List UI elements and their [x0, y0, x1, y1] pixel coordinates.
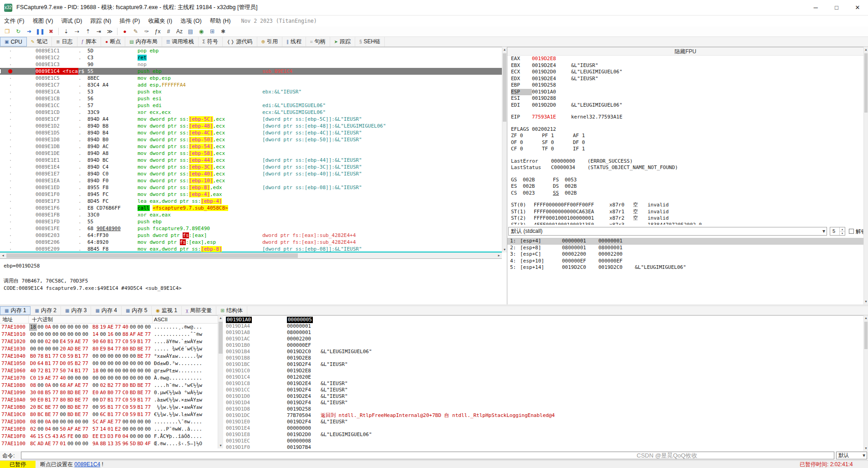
dump-byte[interactable]: 35 [114, 440, 122, 447]
dump-byte[interactable]: 00 [29, 338, 37, 345]
dump-byte[interactable]: B1 [44, 360, 52, 367]
tab-cpu[interactable]: ▣CPU [0, 37, 27, 46]
dump-byte[interactable]: 02 [29, 426, 37, 433]
flag-if[interactable]: IF 1 [573, 146, 604, 153]
dump-byte[interactable]: D0 [59, 360, 67, 367]
dump-byte[interactable]: BE [137, 389, 144, 396]
dump-byte[interactable]: 00 [74, 440, 82, 447]
dump-byte[interactable]: C0 [122, 404, 129, 411]
dump-byte[interactable]: 00 [74, 418, 82, 426]
disasm-row[interactable]: 0089E1F0.8945 FCmov dword ptr ss:[ebp-4]… [0, 191, 502, 198]
dump-byte[interactable]: 00 [114, 375, 122, 382]
dump-byte[interactable]: 90 [29, 396, 37, 404]
disasm-row[interactable]: 0089E1C1.5Dpop ebp [0, 47, 502, 54]
dump-byte[interactable]: BE [44, 411, 52, 418]
dump-byte[interactable]: 50 [59, 426, 67, 433]
dump-byte[interactable]: 08 [29, 418, 37, 426]
dump-byte[interactable]: 77 [82, 426, 89, 433]
dump-byte[interactable]: 77 [144, 404, 152, 411]
dump-byte[interactable]: 00 [82, 375, 89, 382]
dump-byte[interactable]: B1 [74, 353, 82, 360]
dump-byte[interactable]: B1 [107, 404, 114, 411]
dump-byte[interactable]: 00 [122, 426, 129, 433]
dump-byte[interactable]: 77 [51, 404, 59, 411]
dump-byte[interactable]: 00 [66, 440, 74, 447]
dump-byte[interactable]: 8B [99, 440, 107, 447]
tab-log[interactable]: ≣日志 [52, 37, 77, 46]
pause-icon[interactable]: ❚❚ [35, 27, 46, 36]
dump-byte[interactable]: 77 [51, 375, 59, 382]
dump-row[interactable]: 77AE10C080BCBE7700BDBE77006CB177C059B177… [0, 411, 218, 418]
disasm-row[interactable]: 0089E1FE.68 90E48900push fscapture9.7.89… [0, 225, 502, 232]
dump-byte[interactable]: 96 [122, 440, 129, 447]
dump-byte[interactable]: 14 [92, 331, 99, 338]
dump-byte[interactable]: AF [66, 382, 74, 389]
flag-df[interactable]: DF 0 [573, 139, 604, 146]
dump-byte[interactable]: 00 [144, 360, 152, 367]
register-row-ebp[interactable]: EBP0019D258 [507, 82, 863, 89]
fpu-register-row[interactable]: ST(2)FFFF0001000100000001x87r2空invalid [507, 215, 863, 222]
dump-byte[interactable]: B1 [44, 396, 52, 404]
dump-byte[interactable]: B1 [107, 396, 114, 404]
dump-byte[interactable]: 00 [129, 367, 137, 375]
stack-row[interactable]: 0019D1DC77B70504返回到 ntdll._RtlpFreeHeapI… [223, 412, 863, 419]
dump-byte[interactable]: 50 [59, 367, 67, 375]
fpu-register-row[interactable]: ST(0)FFFF000000FF00FF00FFx87r0空invalid [507, 202, 863, 209]
stack-row[interactable]: 0019D1B40019D2C0&L"LEUGIMIGUEL06" [223, 349, 863, 355]
dump-byte[interactable]: 77 [114, 324, 122, 331]
dump-row[interactable]: 77AE1050D064B177D005B2770000000000000000… [0, 360, 218, 367]
animate-icon[interactable]: ≫ [104, 27, 115, 36]
dump-row[interactable]: 77AE101000000000000000001400160088AFAE77… [0, 331, 218, 338]
dump-row[interactable]: 77AE1040B078B177C059B177000000000000BE77… [0, 353, 218, 360]
tab-dump-4[interactable]: ▦内存 4 [91, 306, 121, 315]
dump-byte[interactable]: BC [36, 411, 44, 418]
dump-byte[interactable]: 00 [99, 353, 107, 360]
dump-byte[interactable]: 5C [92, 418, 99, 426]
dump-byte[interactable]: AD [36, 440, 44, 447]
tab-breakpoints[interactable]: ●断点 [101, 37, 125, 46]
dump-byte[interactable]: 00 [114, 353, 122, 360]
dump-byte[interactable]: 00 [36, 338, 44, 345]
disasm-row[interactable]: 0089E203.64:FF30push dword ptr fs:[eax]d… [0, 232, 502, 239]
dump-byte[interactable]: 80 [59, 389, 67, 396]
dump-byte[interactable]: B1 [137, 404, 144, 411]
dump-byte[interactable]: AF [129, 331, 137, 338]
scrollbar-thumb[interactable] [503, 53, 506, 122]
dump-byte[interactable]: D7 [99, 396, 107, 404]
dump-byte[interactable]: 80 [122, 382, 129, 389]
dump-byte[interactable]: 00 [51, 331, 59, 338]
stack-row[interactable]: 0019D1A400000001 [223, 323, 863, 329]
dump-byte[interactable]: 00 [59, 418, 67, 426]
restart-icon[interactable]: ↻ [13, 27, 24, 36]
dump-row[interactable]: 77AE1070C019AE77400000000000000000000000… [0, 375, 218, 382]
dump-byte[interactable]: B2 [107, 382, 114, 389]
dump-byte[interactable]: 77 [144, 396, 152, 404]
disasm-horizontal-scrollbar[interactable]: ◂ ▸ [0, 252, 502, 258]
disasm-row[interactable]: 0089E1CF.894D A4mov dword ptr ss:[ebp-5C… [0, 116, 502, 123]
dump-byte[interactable]: 57 [92, 426, 99, 433]
dump-row[interactable]: 77AE10300000000020ADBE7780E9B47780BDBE77… [0, 345, 218, 353]
dump-byte[interactable]: BE [74, 404, 82, 411]
dump-byte[interactable]: 0A [44, 418, 52, 426]
dump-byte[interactable]: 8D [82, 433, 89, 440]
register-row-esi[interactable]: ESI0019D288 [507, 95, 863, 102]
checkbox-icon[interactable] [849, 229, 854, 234]
dump-col-ascii[interactable]: ASCII [154, 316, 168, 323]
dump-byte[interactable]: 77 [82, 382, 89, 389]
tab-handles[interactable]: ⌗句柄 [306, 37, 330, 46]
stack-row[interactable]: 0019D1CC0019D2F4&L"IEUSR" [223, 387, 863, 393]
run-icon[interactable]: ➜ [24, 27, 35, 36]
dump-byte[interactable]: 77 [82, 404, 89, 411]
dump-byte[interactable]: B0 [29, 353, 37, 360]
dump-byte[interactable]: FE [66, 433, 74, 440]
dump-byte[interactable]: 77 [51, 353, 59, 360]
dump-byte[interactable]: 00 [51, 382, 59, 389]
dump-byte[interactable]: 77 [144, 353, 152, 360]
dump-byte[interactable]: 00 [107, 360, 114, 367]
dump-byte[interactable]: 78 [36, 353, 44, 360]
hide-fpu-button[interactable]: 隐藏FPU [507, 47, 863, 56]
dump-byte[interactable]: F0 [114, 433, 122, 440]
dump-byte[interactable]: 00 [129, 418, 137, 426]
dump-byte[interactable]: 00 [144, 375, 152, 382]
dump-byte[interactable]: BD [66, 404, 74, 411]
